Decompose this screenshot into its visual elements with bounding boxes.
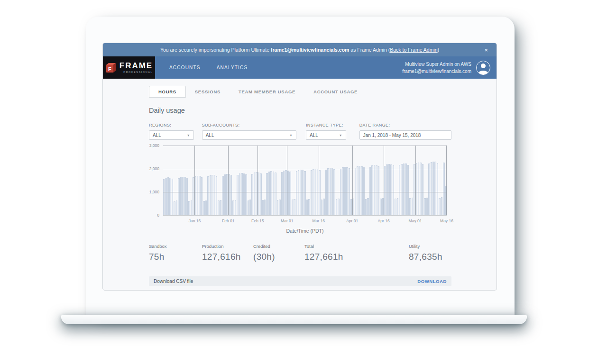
usage-bar [355,168,356,215]
usage-bar [279,200,280,215]
usage-bar [412,198,413,215]
x-gridline [415,146,416,215]
x-tick-label: Jan 16 [189,218,201,223]
logo-subtitle: PROFESSIONAL [120,71,153,73]
chevron-down-icon: ▼ [289,134,293,137]
x-gridline [446,146,447,215]
usage-bar [182,177,184,215]
usage-bar [296,171,297,215]
usage-bar [346,167,348,215]
y-gridline [163,192,447,192]
nav-analytics[interactable]: ANALYTICS [217,65,248,70]
usage-bar [214,175,215,215]
usage-bar [405,164,406,215]
app-window: You are securely impersonating Platform … [102,43,497,291]
tab-sessions[interactable]: SESSIONS [186,86,230,98]
download-csv-bar: Download CSV file DOWNLOAD [149,276,451,286]
usage-bar [399,165,400,215]
main-nav: ACCOUNTS ANALYTICS [169,56,248,79]
usage-bar [216,176,217,215]
usage-bar [249,200,251,215]
date-range-label: DATE RANGE: [359,123,451,127]
usage-bar [251,174,253,215]
usage-bar [180,177,182,216]
close-icon[interactable]: × [484,47,488,53]
tab-bar: HOURS SESSIONS TEAM MEMBER USAGE ACCOUNT… [149,86,451,98]
usage-bar [361,166,362,215]
usage-bar [359,166,360,215]
x-gridline [287,146,287,215]
usage-bar [336,199,337,215]
laptop-base [61,315,527,324]
usage-bar [306,200,308,215]
logo-title: FRAME [120,62,153,70]
laptop-screen: You are securely impersonating Platform … [86,17,515,316]
stats-row: Sandbox 75h Production 127,616h Credited… [149,244,451,262]
date-range-input[interactable]: Jan 1, 2018 - May 15, 2018 [359,130,451,140]
usage-bar [245,174,247,215]
frame-cube-icon: F [105,62,117,74]
usage-bar [376,165,377,215]
usage-bar [178,178,179,215]
usage-bar [426,198,428,215]
y-tick-label: 1,000 [149,190,159,194]
svg-text:F: F [108,66,111,72]
usage-bar [188,201,190,215]
usage-bar [176,200,177,215]
usage-bar [384,166,386,215]
usage-bar [428,164,430,215]
usage-bar [407,165,409,215]
stat-sandbox: Sandbox 75h [149,244,202,262]
x-gridline [352,146,353,215]
usage-bar [277,200,278,215]
x-tick-label: May 16 [440,218,453,223]
y-tick-label: 3,000 [149,143,159,148]
usage-bar [330,168,331,215]
download-csv-label: Download CSV file [154,279,193,284]
back-to-frame-admin-link[interactable]: Back to Frame Admin [390,47,437,53]
x-gridline [228,146,229,215]
y-tick-label: 2,000 [149,166,159,171]
usage-bar [418,163,419,215]
usage-bar [441,197,442,215]
download-button[interactable]: DOWNLOAD [417,279,447,284]
usage-bar [378,166,379,215]
usage-bar [224,174,226,215]
regions-select[interactable]: ALL ▼ [149,130,194,140]
usage-bar [386,164,387,215]
usage-bar [311,170,312,215]
usage-bar [222,176,223,215]
usage-bar [169,178,171,215]
usage-bar [294,199,295,215]
usage-bar [256,172,257,215]
usage-bar [323,199,324,215]
user-avatar-icon[interactable] [476,61,490,75]
usage-bar [212,175,213,215]
nav-accounts[interactable]: ACCOUNTS [169,65,201,70]
usage-bar [248,200,249,215]
frame-logo[interactable]: F FRAME PROFESSIONAL [103,56,155,79]
usage-bar [264,200,266,215]
sub-accounts-select[interactable]: ALL ▼ [202,130,296,140]
usage-bar [184,177,185,215]
daily-usage-chart: 01,0002,0003,000 Jan 16Feb 01Feb 15Mar 0… [149,146,451,234]
usage-bar [167,177,169,215]
tab-hours[interactable]: HOURS [149,86,186,98]
instance-type-select[interactable]: ALL ▼ [306,130,346,140]
usage-bar [275,173,276,215]
tab-account-usage[interactable]: ACCOUNT USAGE [304,86,367,98]
usage-bar [281,172,283,215]
stat-utility: Utility 87,635h [409,244,442,262]
usage-bar [262,200,264,215]
usage-bar [239,173,240,215]
usage-bar [319,170,320,215]
usage-bar [232,200,234,215]
x-tick-label: Feb 01 [222,218,234,223]
usage-bar [285,170,286,215]
usage-bar [365,199,367,215]
usage-bar [422,164,423,215]
usage-bar [268,172,270,215]
tab-team-member-usage[interactable]: TEAM MEMBER USAGE [230,86,304,98]
usage-bar [338,199,339,215]
usage-bar [409,198,411,215]
